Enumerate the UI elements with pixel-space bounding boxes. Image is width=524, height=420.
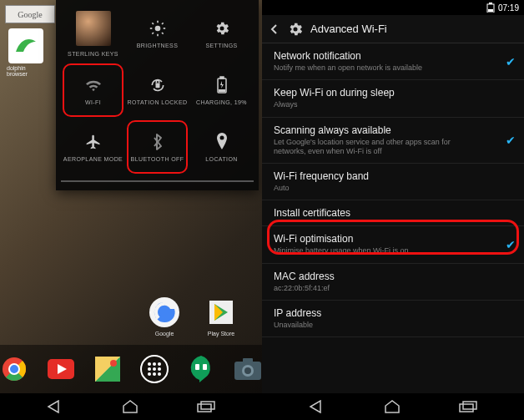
dock-apps[interactable] [140, 355, 169, 383]
row-wifi-optimisation[interactable]: Wi-Fi optimisation Minimise battery usag… [262, 226, 524, 263]
row-subtitle: Let Google's location service and other … [274, 138, 482, 157]
row-subtitle: Minimise battery usage when Wi-Fi is on [274, 246, 482, 256]
svg-point-24 [148, 362, 151, 366]
wifi-label: WI-FI [85, 99, 101, 105]
clock: 07:19 [498, 3, 519, 13]
row-ip-address[interactable]: IP address Unavailable [262, 301, 524, 337]
svg-rect-44 [460, 404, 473, 412]
row-title: Wi-Fi frequency band [274, 170, 514, 182]
row-mac-address[interactable]: MAC address ac:22:0b:5f:41:ef [262, 264, 524, 301]
tile-bluetooth[interactable]: BLUETOOTH OFF [125, 119, 189, 175]
checkbox-checked-icon[interactable]: ✔ [506, 55, 516, 68]
settings-list[interactable]: Network notification Notify me when an o… [262, 43, 524, 393]
svg-point-27 [148, 367, 151, 371]
tile-settings[interactable]: SETTINGS [189, 5, 254, 62]
svg-point-32 [158, 372, 161, 376]
google-label: Google [18, 10, 42, 19]
status-bar: 07:19 [262, 0, 524, 15]
tile-charging[interactable]: CHARGING, 19% [189, 62, 254, 119]
gear-icon [287, 21, 304, 38]
svg-line-8 [162, 23, 164, 24]
recents-icon[interactable] [459, 401, 477, 412]
row-network-notification[interactable]: Network notification Notify me when an o… [262, 43, 524, 80]
battery-icon [213, 76, 231, 94]
tile-aeroplane[interactable]: AEROPLANE MODE [61, 119, 125, 175]
row-frequency-band[interactable]: Wi-Fi frequency band Auto [262, 164, 524, 200]
tile-wifi[interactable]: WI-FI [61, 62, 125, 119]
tile-user[interactable]: STERLING KEYS [61, 5, 125, 62]
svg-line-7 [152, 33, 154, 34]
tile-brightness[interactable]: BRIGHTNESS [125, 5, 189, 62]
tile-rotation[interactable]: ROTATION LOCKED [125, 62, 189, 119]
settings-header[interactable]: Advanced Wi-Fi [262, 15, 524, 43]
google-icon [148, 296, 181, 329]
charging-label: CHARGING, 19% [196, 99, 247, 105]
row-title: Scanning always available [274, 124, 514, 136]
app-shortcut-dolphin[interactable]: dolphin browser [7, 28, 45, 77]
svg-line-6 [162, 33, 164, 34]
home-icon[interactable] [384, 400, 401, 413]
svg-point-0 [154, 25, 160, 31]
airplane-icon [84, 133, 103, 151]
row-subtitle: Unavailable [274, 321, 482, 330]
checkbox-checked-icon[interactable]: ✔ [506, 134, 516, 147]
right-screen: 07:19 Advanced Wi-Fi Network notificatio… [262, 0, 524, 420]
svg-rect-36 [243, 358, 253, 363]
location-label: LOCATION [205, 156, 237, 162]
dock-chrome[interactable] [0, 355, 28, 383]
chevron-left-icon [269, 23, 280, 35]
row-title: Install certificates [274, 207, 514, 219]
dock [0, 345, 262, 393]
quick-settings-panel: STERLING KEYS BRIGHTNESS SETTINGS [56, 0, 259, 190]
panel-divider [61, 180, 254, 182]
row-title: Network notification [274, 50, 514, 62]
dock-maps[interactable] [93, 355, 122, 383]
wifi-icon [84, 76, 103, 94]
row-subtitle: Notify me when an open network is availa… [274, 63, 482, 73]
brightness-label: BRIGHTNESS [137, 43, 179, 48]
dock-camera[interactable] [234, 355, 262, 383]
svg-point-22 [110, 360, 117, 367]
row-title: Wi-Fi optimisation [274, 233, 514, 245]
svg-rect-39 [198, 404, 211, 412]
row-title: MAC address [274, 271, 514, 282]
back-icon[interactable] [47, 400, 63, 413]
dock-hangouts[interactable] [187, 355, 215, 383]
rotation-lock-icon [149, 76, 167, 94]
svg-rect-9 [155, 83, 159, 88]
bluetooth-icon [149, 133, 167, 151]
svg-line-5 [152, 23, 154, 24]
avatar [76, 11, 111, 46]
page-title: Advanced Wi-Fi [310, 23, 387, 35]
left-screen: Google dolphin browser STERLING KEYS BRI… [0, 0, 262, 420]
row-scanning-available[interactable]: Scanning always available Let Google's l… [262, 118, 524, 164]
shortcut-google-label: Google [155, 331, 174, 337]
google-search-widget[interactable]: Google [5, 5, 55, 23]
shortcut-play[interactable]: Play Store [200, 296, 242, 337]
recents-icon[interactable] [197, 401, 215, 412]
svg-rect-40 [201, 402, 214, 409]
row-subtitle: ac:22:0b:5f:41:ef [274, 284, 482, 293]
row-title: Keep Wi-Fi on during sleep [274, 87, 514, 99]
rotation-label: ROTATION LOCKED [128, 99, 188, 105]
home-icon[interactable] [122, 400, 139, 413]
row-keep-wifi-on[interactable]: Keep Wi-Fi on during sleep Always [262, 80, 524, 117]
row-subtitle: Always [274, 100, 482, 109]
svg-point-31 [153, 372, 156, 376]
play-store-icon [204, 296, 238, 329]
checkbox-checked-icon[interactable]: ✔ [506, 238, 516, 251]
app-shortcut-label: dolphin browser [7, 65, 45, 77]
row-title: IP address [274, 307, 514, 319]
row-install-certificates[interactable]: Install certificates [262, 200, 524, 226]
brightness-icon [149, 19, 167, 38]
aeroplane-label: AEROPLANE MODE [63, 156, 123, 162]
user-label: STERLING KEYS [68, 51, 118, 57]
svg-rect-33 [195, 364, 199, 370]
dock-youtube[interactable] [47, 355, 75, 383]
shortcut-google[interactable]: Google [144, 296, 185, 337]
svg-point-30 [148, 372, 151, 376]
shortcut-play-label: Play Store [208, 331, 234, 337]
row-subtitle: Auto [274, 184, 482, 193]
tile-location[interactable]: LOCATION [189, 119, 254, 175]
back-icon[interactable] [309, 400, 325, 413]
